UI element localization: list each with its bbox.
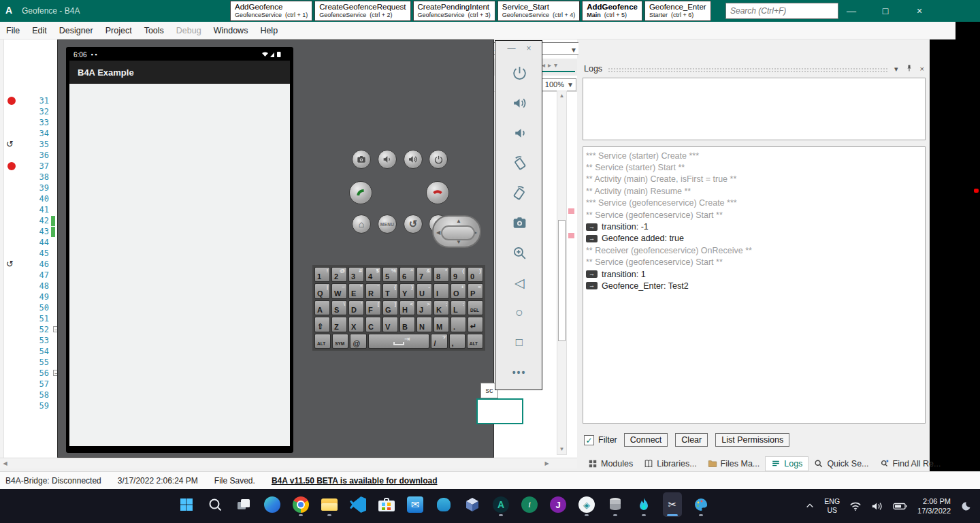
key-2[interactable]: 2@ <box>331 267 347 282</box>
editor-gutter[interactable]: 31323334↺3536373839404142434445↺46474849… <box>0 39 59 458</box>
update-download-link[interactable]: B4A v11.50 BETA is available for downloa… <box>272 476 438 486</box>
taskbar-icon-info[interactable]: i <box>520 492 539 517</box>
key-6[interactable]: 6^ <box>399 267 415 282</box>
gutter-line-41[interactable]: 41 <box>0 204 59 215</box>
key-L[interactable]: L: <box>451 300 466 315</box>
gutter-line-57[interactable]: 57 <box>0 379 59 390</box>
volume-icon[interactable] <box>871 501 883 511</box>
taskbar-icon-elephant-app[interactable] <box>434 492 453 517</box>
gutter-line-36[interactable]: 36 <box>0 150 59 161</box>
key-ALT[interactable]: ALT <box>314 334 331 349</box>
scroll-right-icon[interactable]: ▶ <box>542 459 551 469</box>
taskbar-clock[interactable]: 2:06 PM 17/3/2022 <box>917 496 951 516</box>
key-H[interactable]: H< <box>399 300 415 315</box>
key-V[interactable]: V <box>382 317 398 332</box>
taskbar-icon-j-app[interactable]: J <box>549 492 568 517</box>
list-permissions-button[interactable]: List Permissions <box>715 433 789 447</box>
quick-nav-geofence_enter[interactable]: Geofence_EnterStarter (ctrl + 6) <box>644 1 711 21</box>
menu-tools[interactable]: Tools <box>138 22 170 39</box>
taskbar-icon-virtualbox[interactable] <box>463 492 482 517</box>
key-Z[interactable]: Z <box>331 317 347 332</box>
menu-edit[interactable]: Edit <box>26 22 53 39</box>
language-indicator[interactable]: ENG US <box>824 497 840 515</box>
key-⇧[interactable]: ⇧ <box>314 317 330 332</box>
dpad-center-button[interactable] <box>441 225 475 240</box>
gutter-line-32[interactable]: 32 <box>0 106 59 117</box>
key-9[interactable]: 9( <box>451 267 466 282</box>
key-A[interactable]: A <box>314 300 330 315</box>
taskbar-icon-b4a[interactable]: A <box>491 492 510 517</box>
key-/[interactable]: /? <box>431 334 447 349</box>
gutter-line-39[interactable]: 39 <box>0 183 59 193</box>
panel-close-icon[interactable]: × <box>920 65 924 73</box>
wifi-icon[interactable] <box>849 501 862 511</box>
taskbar-icon-diamond-app[interactable]: ◈ <box>577 492 596 517</box>
search-box[interactable] <box>725 3 838 19</box>
key-↵[interactable]: ↵ <box>468 317 483 332</box>
editor-vertical-scrollbar[interactable]: ▲ ▼ <box>557 91 567 455</box>
taskbar-icon-store[interactable] <box>377 492 396 517</box>
breakpoint-icon[interactable] <box>7 162 16 170</box>
emulator-volume-up-button[interactable] <box>508 91 531 114</box>
taskbar-icon-edge[interactable] <box>263 492 282 517</box>
gutter-line-31[interactable]: 31 <box>0 95 59 106</box>
bottom-tab-logs[interactable]: Logs <box>765 456 808 471</box>
taskbar-icon-file-explorer[interactable] <box>320 492 339 517</box>
tray-chevron-up-icon[interactable] <box>805 501 815 511</box>
key-R[interactable]: R` <box>365 283 381 298</box>
gutter-line-55[interactable]: 55 <box>0 357 59 368</box>
emulator-zoom-in-button[interactable] <box>508 241 531 264</box>
emulator-more-button[interactable]: ••• <box>508 361 531 384</box>
gutter-line-33[interactable]: 33 <box>0 117 59 128</box>
key-T[interactable]: T{ <box>382 283 398 298</box>
key-4[interactable]: 4$ <box>365 267 381 282</box>
battery-icon[interactable] <box>893 502 908 511</box>
key-G[interactable]: G] <box>382 300 398 315</box>
gutter-line-54[interactable]: 54 <box>0 346 59 357</box>
end-call-button[interactable] <box>426 181 449 204</box>
gutter-line-58[interactable]: 58 <box>0 390 59 400</box>
key-X[interactable]: X <box>348 317 364 332</box>
key-D[interactable]: D' <box>348 300 364 315</box>
key-F[interactable]: F[ <box>365 300 381 315</box>
taskbar-icon-vscode[interactable] <box>348 492 368 517</box>
gutter-line-50[interactable]: 50 <box>0 302 59 313</box>
key-B[interactable]: B <box>399 317 415 332</box>
gutter-line-53[interactable]: 53 <box>0 335 59 346</box>
connect-button[interactable]: Connect <box>624 433 668 447</box>
editor-horizontal-scrollbar[interactable]: ◀ ▶ <box>0 458 577 469</box>
back-button[interactable]: ↺ <box>404 215 423 234</box>
gutter-line-56[interactable]: 56– <box>0 368 59 379</box>
filter-checkbox[interactable]: ✓ <box>584 435 594 445</box>
taskbar-icon-flame-app[interactable] <box>634 492 653 517</box>
taskbar-icon-chrome[interactable] <box>291 492 310 517</box>
bottom-tab-files[interactable]: Files Ma... <box>702 457 766 471</box>
gutter-line-46[interactable]: ↺46 <box>0 259 59 270</box>
key-,[interactable]: , <box>449 334 466 349</box>
gutter-line-45[interactable]: 45 <box>0 248 59 259</box>
gutter-line-40[interactable]: 40 <box>0 193 59 204</box>
gutter-line-44[interactable]: 44 <box>0 237 59 248</box>
key-@[interactable]: @ <box>350 334 366 349</box>
emulator-rotate-left-button[interactable] <box>508 151 531 174</box>
gutter-line-42[interactable]: 42 <box>0 215 59 226</box>
menu-help[interactable]: Help <box>254 22 284 39</box>
key-DEL[interactable]: DEL <box>468 300 483 315</box>
key-ALT[interactable]: ALT <box>467 334 483 349</box>
bookmark-icon[interactable]: ↺ <box>6 139 14 149</box>
scroll-down-icon[interactable]: ▼ <box>557 445 566 454</box>
taskbar-icon-search[interactable] <box>206 492 225 517</box>
taskbar-icon-snipping-tool[interactable]: ✂ <box>663 492 682 517</box>
bottom-tab-quick-search[interactable]: Quick Se... <box>808 457 874 471</box>
key-I[interactable]: I <box>434 283 449 298</box>
taskbar-icon-database-app[interactable] <box>606 492 625 517</box>
gutter-line-47[interactable]: 47 <box>0 270 59 281</box>
close-button[interactable]: × <box>902 0 936 22</box>
app-content-area[interactable] <box>69 84 290 446</box>
quick-nav-addgeofence[interactable]: AddGeofenceMain (ctrl + 5) <box>582 1 642 21</box>
volume-up-button[interactable] <box>404 150 423 169</box>
camera-button[interactable] <box>352 150 371 169</box>
taskbar-icon-paint-app[interactable] <box>691 492 710 517</box>
key-W[interactable]: W~ <box>331 283 347 298</box>
menu-windows[interactable]: Windows <box>208 22 255 39</box>
